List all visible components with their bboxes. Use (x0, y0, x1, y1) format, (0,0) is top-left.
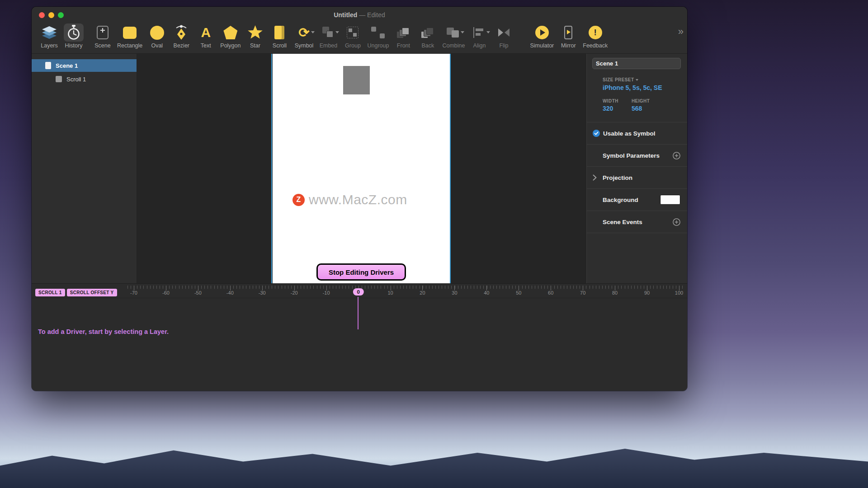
document-status: — Edited (359, 11, 385, 19)
timeline: SCROLL 1 SCROLL OFFSET Y 100908070605040… (32, 283, 687, 391)
toolbar-button-history[interactable]: History (61, 23, 86, 49)
ruler-tick: -10 (323, 290, 330, 296)
toolbar-label: Embed (320, 42, 338, 49)
ruler-tick: -70 (130, 290, 137, 296)
projection-label: Projection (603, 174, 632, 181)
size-preset-dropdown[interactable]: SIZE PRESET (603, 77, 687, 82)
toolbar-button-feedback[interactable]: ! Feedback (580, 23, 610, 49)
toolbar-label: Back (422, 42, 434, 49)
toolbar-button-flip[interactable]: Flip (491, 23, 516, 49)
toolbar-button-group[interactable]: Group (340, 23, 365, 49)
dimensions: WIDTH 320 HEIGHT 568 (603, 99, 687, 112)
width-label: WIDTH (603, 99, 632, 103)
toolbar-label: Group (345, 42, 361, 49)
watermark-text: www.MacZ.com (309, 192, 407, 207)
size-block: SIZE PRESET iPhone 5, 5s, 5c, SE WIDTH 3… (587, 69, 687, 122)
add-scene-event-button[interactable] (673, 218, 680, 226)
star-icon (247, 25, 263, 40)
layer-row-scroll-1[interactable]: Scroll 1 (32, 73, 137, 85)
toolbar-label: Ungroup (367, 42, 389, 49)
ruler-tick: -20 (291, 290, 298, 296)
toolbar-button-align[interactable]: Align (467, 23, 491, 49)
rectangle-layer[interactable] (343, 66, 370, 94)
artboard[interactable]: Z www.MacZ.com (273, 54, 451, 283)
mirror-iconwrap (558, 23, 578, 42)
symbol-iconwrap: ⟳ (294, 23, 314, 42)
ruler-tick: 60 (548, 290, 553, 296)
layer-row-scene-1[interactable]: Scene 1 (32, 59, 137, 72)
width-value[interactable]: 320 (603, 105, 632, 112)
toolbar-button-rectangle[interactable]: Rectangle (115, 23, 145, 49)
scene-name-value: Scene 1 (596, 60, 618, 67)
scene-layer-icon (45, 62, 51, 69)
stop-editing-drivers-button[interactable]: Stop Editing Drivers (316, 263, 406, 281)
rectangle-iconwrap (120, 23, 140, 42)
driver-chip-scroll-1[interactable]: SCROLL 1 (35, 289, 65, 296)
send-to-back-icon (421, 27, 434, 38)
toolbar-button-embed[interactable]: Embed (316, 23, 340, 49)
scene-name-field[interactable]: Scene 1 (592, 58, 681, 69)
toolbar-button-simulator[interactable]: Simulator (528, 23, 556, 49)
toolbar-button-combine[interactable]: Combine (440, 23, 467, 49)
size-preset-label: SIZE PRESET (603, 77, 634, 82)
titlebar: Untitled — Edited (32, 7, 687, 23)
add-symbol-parameter-button[interactable] (673, 152, 680, 160)
toolbar-button-oval[interactable]: Oval (145, 23, 169, 49)
toolbar-button-mirror[interactable]: Mirror (556, 23, 580, 49)
history-iconwrap (64, 23, 84, 42)
ruler-tick-row[interactable]: 1009080706050403020100-10-20-30-40-50-60… (134, 290, 681, 297)
ruler-tick: -30 (259, 290, 266, 296)
toolbar-button-bezier[interactable]: Bezier (169, 23, 193, 49)
oval-iconwrap (147, 23, 167, 42)
toolbar-overflow-button[interactable]: » (678, 27, 683, 37)
rectangle-icon (123, 27, 137, 39)
background-color-swatch[interactable] (660, 195, 680, 205)
background-label: Background (603, 197, 638, 203)
layers-iconwrap (39, 23, 59, 42)
playhead[interactable]: 0 (353, 288, 363, 296)
combine-icon (447, 27, 460, 38)
toolbar: Layers History (32, 23, 687, 54)
driver-chip-scroll-offset-y[interactable]: SCROLL OFFSET Y (67, 289, 117, 296)
usable-as-symbol-row[interactable]: Usable as Symbol (587, 122, 687, 145)
scroll-tool-icon (274, 26, 284, 39)
canvas[interactable]: Z www.MacZ.com Stop Editing Drivers (137, 54, 586, 283)
toolbar-button-text[interactable]: A Text (193, 23, 218, 49)
projection-row[interactable]: Projection (587, 167, 687, 189)
scene-events-row: Scene Events (587, 211, 687, 233)
toolbar-button-scroll[interactable]: Scroll (267, 23, 292, 49)
driver-hint-text: To add a Driver, start by selecting a La… (38, 328, 169, 335)
group-iconwrap (343, 23, 363, 42)
ruler-tick: 80 (612, 290, 618, 296)
symbol-parameters-row: Symbol Parameters (587, 145, 687, 167)
toolbar-label: Front (397, 42, 410, 49)
desktop-mountains (0, 429, 868, 488)
toolbar-button-ungroup[interactable]: Ungroup (365, 23, 391, 49)
ruler-tick: 40 (484, 290, 489, 296)
toolbar-button-scene[interactable]: Scene (90, 23, 115, 49)
toolbar-label: Mirror (561, 42, 576, 49)
toolbar-button-symbol[interactable]: ⟳ Symbol (292, 23, 316, 49)
toolbar-button-front[interactable]: Front (391, 23, 415, 49)
toolbar-button-polygon[interactable]: Polygon (218, 23, 243, 49)
layer-label: Scroll 1 (66, 76, 86, 83)
align-icon (473, 27, 485, 38)
combine-iconwrap (443, 23, 463, 42)
app-window: Untitled — Edited Layers (32, 7, 687, 391)
toolbar-button-back[interactable]: Back (415, 23, 440, 49)
toolbar-label: Rectangle (117, 42, 142, 49)
text-iconwrap: A (196, 23, 216, 42)
size-preset-value[interactable]: iPhone 5, 5s, 5c, SE (603, 84, 687, 91)
toolbar-button-layers[interactable]: Layers (37, 23, 61, 49)
flip-iconwrap (494, 23, 514, 42)
watermark: Z www.MacZ.com (292, 192, 407, 207)
mirror-icon (564, 26, 572, 39)
polygon-iconwrap (221, 23, 241, 42)
scroll-guide-line-left (271, 54, 272, 283)
height-value[interactable]: 568 (632, 105, 660, 112)
toolbar-label: Text (201, 42, 211, 49)
toolbar-label: Star (250, 42, 260, 49)
ungroup-icon (371, 27, 385, 38)
ruler-divider (32, 298, 687, 298)
toolbar-button-star[interactable]: Star (243, 23, 267, 49)
